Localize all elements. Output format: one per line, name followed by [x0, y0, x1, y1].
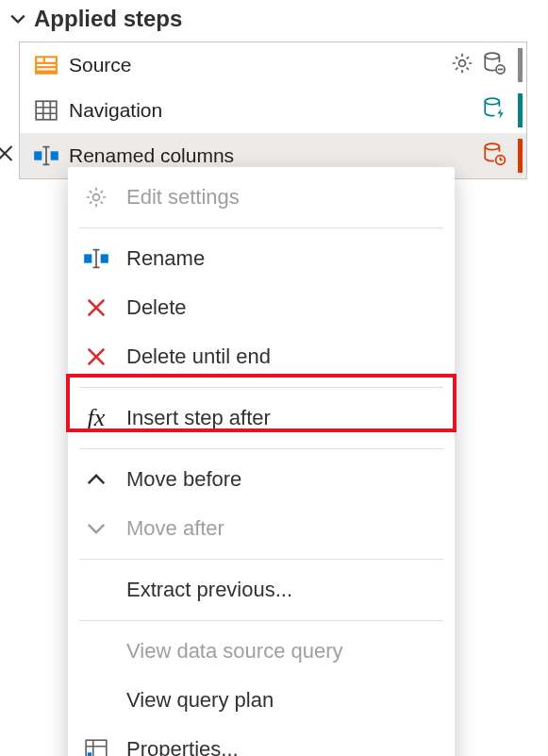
menu-separator	[79, 227, 443, 228]
gear-icon[interactable]	[450, 51, 474, 80]
step-row-navigation[interactable]: Navigation	[20, 88, 526, 133]
menu-label: Edit settings	[126, 185, 240, 210]
properties-icon	[81, 734, 111, 756]
accent-bar	[518, 48, 523, 82]
svg-rect-10	[34, 151, 42, 160]
svg-rect-15	[84, 254, 91, 262]
menu-insert-step-after[interactable]: fx Insert step after	[68, 394, 455, 443]
menu-label: Move before	[126, 467, 241, 492]
delete-x-icon	[81, 293, 111, 323]
gear-icon	[81, 182, 111, 212]
svg-rect-11	[51, 151, 58, 160]
chevron-up-icon	[81, 464, 111, 495]
menu-move-after: Move after	[68, 504, 455, 553]
menu-label: Delete	[126, 295, 187, 320]
panel-title: Applied steps	[34, 6, 182, 32]
svg-rect-16	[101, 254, 108, 262]
menu-separator	[79, 559, 443, 560]
fx-icon: fx	[81, 403, 111, 433]
menu-edit-settings: Edit settings	[68, 173, 455, 222]
svg-point-12	[485, 143, 499, 150]
menu-label: Insert step after	[126, 406, 271, 430]
menu-label: View query plan	[126, 688, 274, 713]
menu-delete[interactable]: Delete	[68, 283, 455, 332]
svg-rect-18	[88, 752, 91, 756]
menu-delete-until-end[interactable]: Delete until end	[68, 332, 455, 381]
menu-view-data-source-query: View data source query	[68, 627, 455, 676]
steps-list: Source Navigation Rename	[19, 42, 527, 179]
table-icon	[33, 97, 59, 124]
chevron-down-icon	[9, 10, 26, 27]
context-menu: Edit settings Rename Delete Delete until…	[68, 167, 455, 756]
svg-point-14	[93, 194, 100, 201]
blank-icon	[81, 575, 111, 605]
delete-step-x-icon[interactable]	[0, 144, 14, 168]
svg-point-6	[485, 53, 499, 59]
database-lightning-icon[interactable]	[482, 96, 506, 126]
svg-rect-2	[45, 58, 56, 61]
menu-rename[interactable]: Rename	[68, 234, 455, 283]
svg-rect-3	[37, 64, 56, 66]
menu-label: Properties...	[126, 737, 239, 756]
step-row-source[interactable]: Source	[20, 42, 526, 88]
menu-separator	[79, 387, 443, 388]
rename-columns-icon	[33, 143, 59, 169]
menu-label: Extract previous...	[126, 578, 292, 602]
menu-properties[interactable]: Properties...	[68, 725, 455, 756]
svg-rect-8	[36, 101, 57, 120]
database-minus-icon[interactable]	[482, 51, 506, 80]
blank-icon	[81, 636, 111, 666]
delete-x-icon	[81, 342, 111, 372]
menu-separator	[79, 620, 443, 621]
menu-label: Move after	[126, 516, 224, 541]
svg-rect-4	[37, 68, 56, 70]
source-icon	[33, 52, 59, 78]
rename-icon	[81, 244, 111, 274]
accent-bar	[518, 93, 523, 127]
applied-steps-header[interactable]: Applied steps	[0, 0, 548, 42]
menu-label: View data source query	[126, 639, 343, 664]
accent-bar	[518, 139, 523, 173]
step-label: Renamed columns	[69, 144, 482, 167]
database-clock-icon[interactable]	[482, 142, 506, 171]
svg-point-5	[459, 59, 466, 66]
menu-view-query-plan[interactable]: View query plan	[68, 676, 455, 725]
chevron-down-icon	[81, 513, 111, 544]
menu-move-before[interactable]: Move before	[68, 455, 455, 504]
blank-icon	[81, 685, 111, 715]
menu-label: Delete until end	[126, 344, 271, 369]
svg-rect-1	[37, 58, 43, 61]
menu-label: Rename	[126, 246, 205, 271]
step-label: Source	[69, 54, 450, 76]
step-label: Navigation	[69, 99, 482, 122]
svg-point-9	[485, 98, 499, 105]
menu-extract-previous[interactable]: Extract previous...	[68, 565, 455, 614]
menu-separator	[79, 448, 443, 449]
